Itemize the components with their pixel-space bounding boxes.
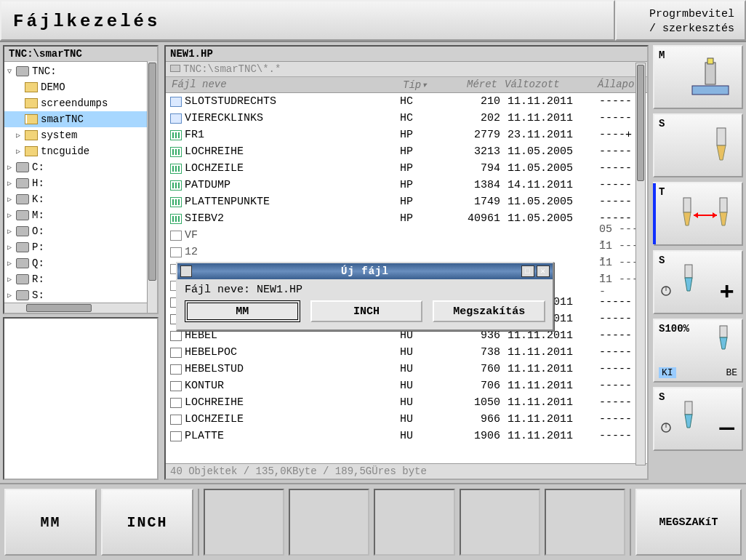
file-type: HU — [400, 430, 444, 442]
file-type-icon — [170, 214, 182, 224]
file-row[interactable]: KONTURHU70611.11.2011----- — [166, 377, 647, 394]
dialog-inch-button[interactable]: INCH — [310, 300, 423, 322]
directory-tree-panel: TNC:\smarTNC ▽TNC:DEMOscreendumpssmarTNC… — [3, 45, 159, 314]
file-row[interactable]: LOCHREIHEHU105011.11.2011----- — [166, 394, 647, 411]
column-headers[interactable]: Fájl neve Típ▾ Méret Változott Állapo — [166, 77, 647, 93]
tree-toggle-icon[interactable]: ▷ — [7, 275, 16, 284]
tree-toggle-icon[interactable]: ▷ — [16, 131, 25, 140]
file-row[interactable]: PATDUMPHP138414.11.2011----- — [166, 177, 647, 193]
file-row[interactable]: PLATTEHU190611.11.2011----- — [166, 428, 647, 444]
dialog-close-button[interactable]: ✕ — [537, 265, 550, 277]
tree-toggle-icon[interactable]: ▷ — [16, 147, 25, 156]
file-type-icon — [170, 331, 182, 341]
tree-item[interactable]: ▷O: — [4, 223, 157, 239]
file-type: HU — [400, 363, 444, 375]
file-name: SLOTSTUDRECHTS — [185, 95, 400, 108]
tree-item[interactable]: ▷C: — [4, 159, 157, 175]
tree-toggle-icon[interactable]: ▷ — [7, 291, 16, 300]
file-row[interactable]: HEBELSTUDHU76011.11.2011----- — [166, 361, 647, 377]
tree-item-label: M: — [32, 209, 44, 221]
file-name: LOCHREIHE — [185, 145, 400, 158]
softkey-cancel[interactable]: MEGSZAKíT — [635, 489, 742, 556]
tree-item[interactable]: ▷system — [4, 127, 157, 143]
tree-scrollbar-vertical[interactable] — [147, 61, 157, 313]
tree-toggle-icon[interactable]: ▷ — [7, 163, 16, 172]
spindle-icon — [711, 324, 736, 358]
file-date: 11.05.2005 — [500, 196, 595, 208]
tree-toggle-icon[interactable]: ▷ — [7, 211, 16, 220]
dialog-mm-button[interactable]: MM — [185, 300, 300, 322]
spindle-plus-button[interactable]: S + — [653, 250, 743, 314]
col-type[interactable]: Típ▾ — [400, 77, 444, 92]
dialog-maximize-button[interactable]: □ — [521, 265, 534, 277]
label-s: S — [659, 118, 665, 129]
drive-icon — [16, 242, 29, 252]
dialog-cancel-button[interactable]: Megszakítás — [433, 300, 545, 322]
tree-scrollbar-horizontal[interactable] — [4, 303, 147, 313]
file-type-icon — [170, 381, 182, 391]
tree-item[interactable]: DEMO — [4, 79, 157, 95]
file-row[interactable]: VF05 ----- — [166, 227, 647, 244]
tree-item[interactable]: ▷R: — [4, 271, 157, 287]
spindle-minus-button[interactable]: S — — [653, 387, 743, 451]
tree-toggle-icon[interactable]: ▽ — [7, 67, 16, 76]
spindle-100-button[interactable]: S100% KI BE — [653, 319, 743, 383]
svg-rect-2 — [707, 58, 713, 64]
file-row[interactable]: PLATTENPUNKTEHP174911.05.2005----- — [166, 193, 647, 210]
file-row[interactable]: HEBELPOCHU73811.11.2011----- — [166, 344, 647, 361]
softkey-empty-5 — [545, 489, 625, 556]
drive-icon — [16, 290, 29, 300]
softkey-mm[interactable]: MM — [4, 489, 97, 556]
machine-m-button[interactable]: M — [653, 45, 743, 109]
tree-item-label: S: — [32, 289, 44, 301]
file-row[interactable]: SLOTSTUDRECHTSHC21011.11.2011----- — [166, 93, 647, 110]
file-size: 3213 — [444, 145, 500, 158]
tree-item[interactable]: ▷S: — [4, 287, 157, 303]
file-size: 202 — [444, 112, 500, 124]
svg-rect-5 — [720, 198, 727, 212]
spindle-s-button[interactable]: S — [653, 113, 743, 177]
tree-toggle-icon[interactable]: ▷ — [7, 179, 16, 188]
tree-item-label: O: — [32, 225, 44, 237]
file-row[interactable]: 1211 ----- — [166, 244, 647, 260]
softkey-empty-3 — [374, 489, 454, 556]
file-row[interactable]: SIEBV2HP4096111.05.2005----- — [166, 210, 647, 227]
tree-item[interactable]: smarTNC — [4, 111, 157, 127]
softkey-empty-2 — [289, 489, 369, 556]
file-row[interactable]: LOCHZEILEHP79411.05.2005----- — [166, 160, 647, 177]
file-row[interactable]: VIERECKLINKSHC20211.11.2011----- — [166, 110, 647, 127]
dialog-titlebar[interactable]: Új fájl □ ✕ — [177, 263, 553, 279]
tree-item[interactable]: ▽TNC: — [4, 63, 157, 79]
col-name[interactable]: Fájl neve — [166, 77, 400, 92]
tree-item[interactable]: ▷H: — [4, 175, 157, 191]
file-row[interactable]: FR1HP277923.11.2011----+ — [166, 127, 647, 143]
path-filter[interactable]: TNC:\smarTNC\*.* — [166, 62, 647, 77]
tree-item[interactable]: ▷K: — [4, 191, 157, 207]
tree-item[interactable]: ▷P: — [4, 239, 157, 255]
file-date: 11.11.2011 — [500, 346, 595, 359]
col-date[interactable]: Változott — [500, 77, 595, 92]
col-size[interactable]: Méret — [444, 77, 500, 92]
file-date: 11.05.2005 — [500, 162, 595, 175]
tool-t-button[interactable]: T — [653, 182, 743, 246]
tree-item[interactable]: screendumps — [4, 95, 157, 111]
file-date: 11.11.2011 — [500, 380, 595, 392]
softkey-bar: MM INCH MEGSZAKíT — [0, 483, 746, 560]
file-row[interactable]: LOCHREIHEHP321311.05.2005----- — [166, 143, 647, 160]
tree-item[interactable]: ▷tncguide — [4, 143, 157, 159]
tree-item[interactable]: ▷Q: — [4, 255, 157, 271]
file-date: 11.11.2011 — [500, 363, 595, 375]
tree-toggle-icon[interactable]: ▷ — [7, 259, 16, 268]
svg-rect-1 — [705, 63, 715, 84]
tree-toggle-icon[interactable]: ▷ — [7, 227, 16, 236]
file-scrollbar-vertical[interactable] — [635, 63, 646, 465]
tree-item[interactable]: ▷M: — [4, 207, 157, 223]
softkey-inch[interactable]: INCH — [101, 489, 193, 556]
tree-item-label: smarTNC — [41, 113, 84, 125]
file-row[interactable]: LOCHZEILEHU96611.11.2011----- — [166, 411, 647, 428]
softkey-empty-4 — [460, 489, 540, 556]
svg-rect-3 — [717, 128, 726, 145]
file-name: VF — [185, 229, 400, 241]
tree-toggle-icon[interactable]: ▷ — [7, 243, 16, 252]
tree-toggle-icon[interactable]: ▷ — [7, 195, 16, 204]
